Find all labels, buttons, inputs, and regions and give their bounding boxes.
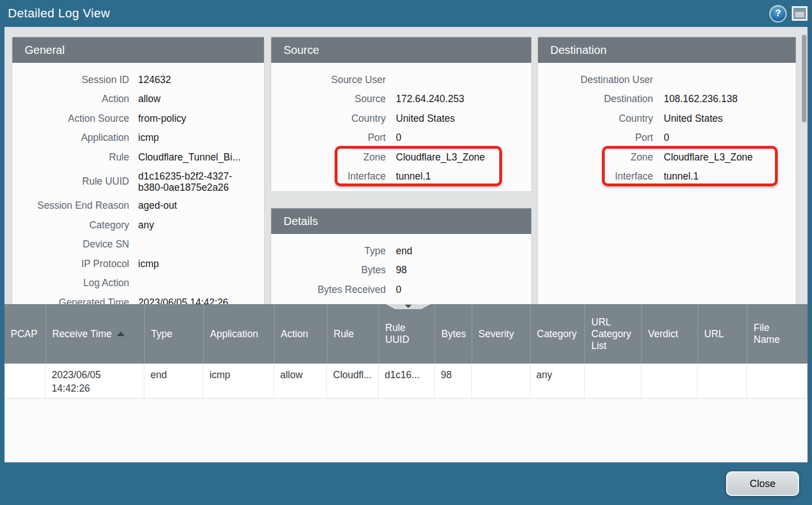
field-row: Generated Time2023/06/05 14:42:26 [12,293,264,304]
cell-rule: Cloudfl... [327,364,378,398]
field-row: Device SN [12,235,264,255]
field-value: 108.162.236.138 [653,93,737,105]
vertical-scrollbar-thumb[interactable] [802,35,806,122]
field-row: Port0 [538,128,796,148]
field-label: Country [538,113,653,125]
field-value: from-policy [129,113,186,125]
panel-details-header: Details [271,208,531,234]
column-header-application[interactable]: Application [203,304,274,364]
column-header-label: Action [281,328,308,340]
cell-verdict [641,364,697,398]
maximize-window-icon[interactable] [792,6,808,21]
field-label: Port [538,132,653,144]
field-value: aged-out [129,200,177,212]
cell-pcap [4,364,45,398]
field-row: Applicationicmp [12,128,264,148]
cell-action: allow [274,364,327,398]
cell-url-category-list [585,364,641,398]
field-label: Bytes [271,264,386,276]
highlight-box-destination-zone-interface [602,146,778,186]
column-header-label: PCAP [11,328,38,340]
column-header-label: URL [704,328,724,340]
highlight-box-source-zone-interface [335,146,502,186]
field-label: Device SN [12,238,129,250]
field-value: United States [653,113,723,125]
column-header-label: Type [151,328,172,340]
field-value: 0 [386,284,402,296]
column-header-label: Rule UUID [385,322,409,346]
column-header-action[interactable]: Action [274,304,327,364]
column-header-rule[interactable]: Rule [327,304,378,364]
field-label: Session End Reason [12,200,129,212]
panel-general-body: Session ID124632ActionallowAction Source… [12,63,264,304]
field-label: Source [271,93,386,105]
titlebar-icons: ? [770,0,808,27]
field-row: Bytes98 [271,261,531,281]
field-row: Action Sourcefrom-policy [12,109,264,128]
column-header-pcap[interactable]: PCAP [4,304,45,364]
field-value: allow [129,93,161,105]
panel-general: General Session ID124632ActionallowActio… [12,37,264,304]
column-header-bytes[interactable]: Bytes [435,304,472,364]
field-label: Generated Time [12,297,129,304]
cell-rule-uuid: d1c16... [378,364,435,398]
field-label: Destination [538,93,653,105]
log-detail-panels-area: General Session ID124632ActionallowActio… [4,27,808,304]
detailed-log-view-dialog: Detailed Log View ? General Session ID12… [0,0,812,505]
log-table: PCAPReceive TimeTypeApplicationActionRul… [4,304,808,462]
field-value: 0 [386,132,402,144]
field-label: Rule [12,152,129,163]
field-label: IP Protocol [12,258,129,270]
cell-application: icmp [203,364,274,398]
field-row: Categoryany [12,215,264,235]
column-header-receive-time[interactable]: Receive Time [45,304,144,364]
field-label: Bytes Received [271,284,386,296]
field-value: end [386,245,412,257]
bottom-bar: Close [0,462,812,505]
panel-details-body: TypeendBytes98Bytes Received0 [271,234,531,300]
field-row: Port0 [271,128,531,148]
column-header-severity[interactable]: Severity [472,304,530,364]
column-header-label: Bytes [441,328,466,340]
panel-source-header: Source [271,37,531,63]
panel-destination-header: Destination [538,37,796,63]
collapse-arrow-icon [405,305,412,308]
cell-category: any [530,364,585,398]
field-row: Bytes Received0 [271,280,531,300]
field-row: Source172.64.240.253 [271,90,531,109]
column-header-type[interactable]: Type [144,304,203,364]
field-row: Rule UUIDd1c16235-b2f2-4327- b380-0ae187… [12,167,264,196]
log-table-header-row: PCAPReceive TimeTypeApplicationActionRul… [4,304,808,364]
field-value: d1c16235-b2f2-4327- b380-0ae1875e2a26 [129,171,232,193]
cell-receive-time: 2023/06/05 14:42:26 [45,364,144,398]
column-header-url[interactable]: URL [697,304,747,364]
field-label: Category [12,219,129,231]
field-row: RuleCloudflare_Tunnel_Bi... [12,148,264,167]
field-row: Session ID124632 [12,70,264,90]
field-label: Application [12,132,129,144]
field-value: 0 [653,132,669,144]
cell-url [697,364,747,398]
field-label: Session ID [12,74,129,86]
field-value: 2023/06/05 14:42:26 [129,297,229,304]
column-header-file-name[interactable]: File Name [747,304,808,364]
column-header-label: File Name [754,322,780,346]
field-row: Actionallow [12,90,264,109]
log-table-body: 2023/06/05 14:42:26endicmpallowCloudfl..… [4,364,808,399]
column-header-label: Severity [478,328,514,340]
cell-type: end [144,364,203,398]
column-header-label: URL Category List [591,316,631,352]
field-label: Port [271,132,386,144]
column-header-url-category-list[interactable]: URL Category List [585,304,641,364]
column-header-label: Category [537,328,577,340]
column-header-verdict[interactable]: Verdict [641,304,697,364]
field-row: Log Action [12,274,264,293]
help-icon[interactable]: ? [770,6,786,21]
close-button[interactable]: Close [726,471,799,496]
column-header-category[interactable]: Category [530,304,585,364]
column-header-rule-uuid[interactable]: Rule UUID [378,304,435,364]
cell-file-name [747,364,808,398]
cell-bytes: 98 [435,364,472,398]
field-row: Session End Reasonaged-out [12,196,264,216]
table-row[interactable]: 2023/06/05 14:42:26endicmpallowCloudfl..… [4,364,808,399]
